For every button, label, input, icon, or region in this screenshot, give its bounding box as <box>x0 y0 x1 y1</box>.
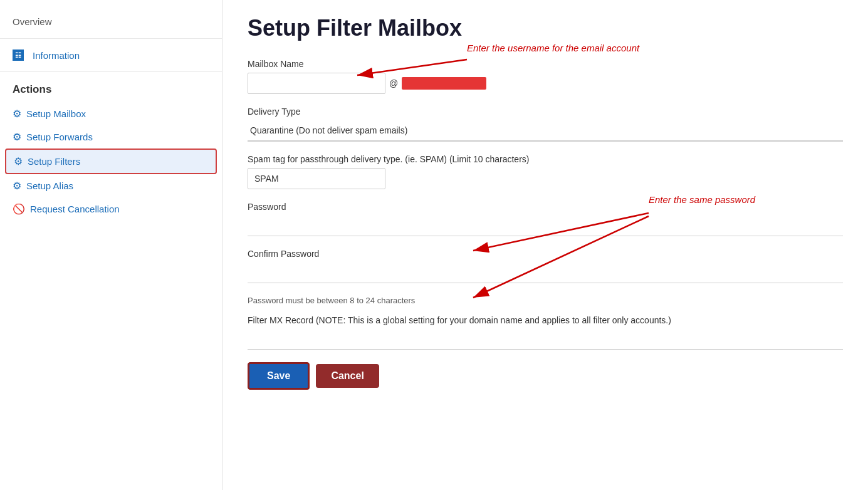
password-label: Password <box>248 202 843 212</box>
request-cancellation-label: Request Cancellation <box>30 204 120 214</box>
mailbox-name-input[interactable] <box>248 73 385 94</box>
setup-alias-label: Setup Alias <box>26 180 73 191</box>
password-hint: Password must be between 8 to 24 charact… <box>248 296 843 305</box>
mailbox-name-row: @ <box>248 73 843 94</box>
main-content: Setup Filter Mailbox Mailbox Name @ Deli… <box>222 0 868 490</box>
sidebar-divider-2 <box>0 71 222 72</box>
delivery-type-select[interactable]: Quarantine (Do not deliver spam emails) <box>248 120 843 141</box>
at-sign: @ <box>389 78 398 88</box>
gear-icon-filters: ⚙ <box>14 155 23 167</box>
spam-tag-label: Spam tag for passthrough delivery type. … <box>248 154 843 164</box>
domain-redacted <box>402 77 486 90</box>
sidebar-item-setup-forwards[interactable]: ⚙ Setup Forwards <box>0 125 222 149</box>
delivery-type-label: Delivery Type <box>248 107 843 117</box>
setup-forwards-label: Setup Forwards <box>26 132 93 142</box>
annotation-username-text: Enter the username for the email account <box>467 43 639 53</box>
sidebar-item-setup-alias[interactable]: ⚙ Setup Alias <box>0 174 222 197</box>
delivery-type-group: Delivery Type Quarantine (Do not deliver… <box>248 107 843 142</box>
confirm-password-label: Confirm Password <box>248 249 843 259</box>
gear-icon-mailbox: ⚙ <box>13 108 21 120</box>
information-label: Information <box>33 50 80 61</box>
sidebar: Overview ☷ Information Actions ⚙ Setup M… <box>0 0 222 490</box>
page-title: Setup Filter Mailbox <box>248 15 843 41</box>
gear-icon-alias: ⚙ <box>13 180 21 192</box>
sidebar-item-request-cancellation[interactable]: 🚫 Request Cancellation <box>0 197 222 221</box>
delivery-divider <box>248 141 843 142</box>
setup-mailbox-label: Setup Mailbox <box>26 108 86 119</box>
filter-mx-input[interactable] <box>248 329 843 350</box>
password-group: Password <box>248 202 843 236</box>
sidebar-item-setup-filters[interactable]: ⚙ Setup Filters <box>5 149 217 174</box>
password-input[interactable] <box>248 216 843 236</box>
spam-tag-group: Spam tag for passthrough delivery type. … <box>248 154 843 189</box>
save-button[interactable]: Save <box>248 362 310 390</box>
setup-filters-label: Setup Filters <box>28 156 80 167</box>
mailbox-name-label: Mailbox Name <box>248 59 843 69</box>
gear-icon-forwards: ⚙ <box>13 131 21 143</box>
filter-mx-label: Filter MX Record (NOTE: This is a global… <box>248 315 843 325</box>
cancel-button[interactable]: Cancel <box>316 364 379 388</box>
filter-mx-group: Filter MX Record (NOTE: This is a global… <box>248 315 843 350</box>
sidebar-item-information[interactable]: ☷ Information <box>0 44 222 66</box>
actions-label: Actions <box>0 77 222 102</box>
ban-icon-cancellation: 🚫 <box>13 203 25 215</box>
mailbox-name-group: Mailbox Name @ <box>248 59 843 94</box>
sidebar-divider-1 <box>0 38 222 39</box>
button-row: Save Cancel <box>248 362 843 390</box>
information-icon: ☷ <box>13 50 28 61</box>
sidebar-item-setup-mailbox[interactable]: ⚙ Setup Mailbox <box>0 102 222 125</box>
confirm-password-input[interactable] <box>248 263 843 283</box>
spam-tag-input[interactable] <box>248 168 385 189</box>
sidebar-overview-label: Overview <box>0 10 222 33</box>
confirm-password-group: Confirm Password <box>248 249 843 283</box>
